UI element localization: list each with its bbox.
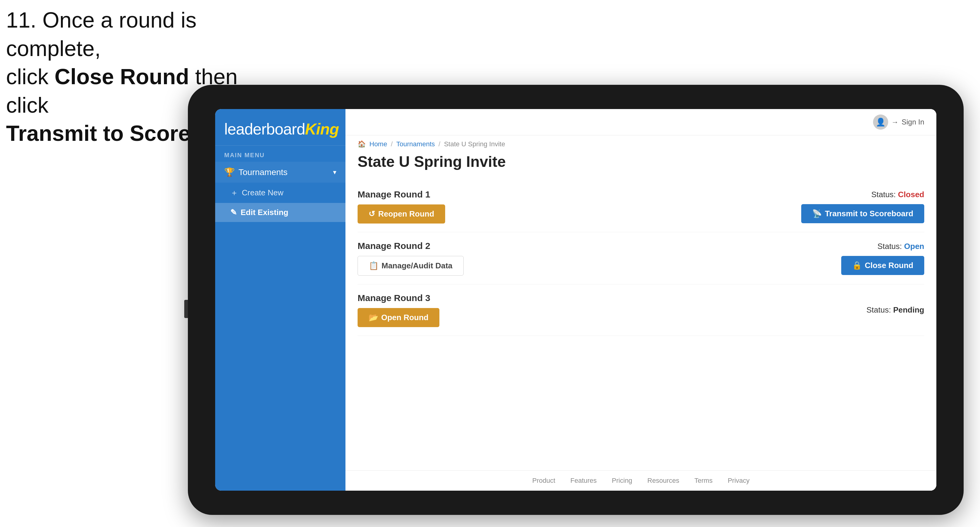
sidebar-item-edit-existing[interactable]: ✎ Edit Existing	[215, 203, 345, 222]
footer-features[interactable]: Features	[570, 477, 597, 484]
round-3-status: Status: Pending	[866, 305, 924, 315]
reopen-icon: ↺	[369, 209, 375, 219]
round-2-left: Manage Round 2 📋 Manage/Audit Data	[358, 241, 464, 276]
round-1-status: Status: Closed	[871, 190, 924, 199]
close-round-button[interactable]: 🔒 Close Round	[841, 256, 924, 275]
sidebar: leaderboardKing MAIN MENU 🏆 Tournaments …	[215, 109, 345, 490]
round-1-section: Manage Round 1 ↺ Reopen Round Status: Cl…	[358, 181, 924, 232]
reopen-round-button[interactable]: ↺ Reopen Round	[358, 205, 445, 224]
footer-resources[interactable]: Resources	[647, 477, 679, 484]
round-2-section: Manage Round 2 📋 Manage/Audit Data Statu…	[358, 232, 924, 284]
footer-pricing[interactable]: Pricing	[612, 477, 632, 484]
edit-existing-label: Edit Existing	[240, 208, 288, 217]
transmit-label: Transmit to Scoreboard	[825, 209, 913, 218]
breadcrumb-home[interactable]: Home	[369, 140, 387, 148]
lock-icon: 🔒	[852, 261, 862, 270]
round-3-status-value: Pending	[893, 305, 924, 314]
chevron-down-icon: ▾	[333, 168, 336, 176]
open-icon: 📂	[369, 313, 378, 322]
transmit-icon: 📡	[812, 209, 822, 218]
breadcrumb: 🏠 Home / Tournaments / State U Spring In…	[345, 135, 936, 151]
round-3-section: Manage Round 3 📂 Open Round Status: Pend…	[358, 284, 924, 336]
footer-privacy[interactable]: Privacy	[727, 477, 749, 484]
plus-icon: ＋	[230, 187, 238, 198]
instruction-line2: click	[6, 65, 54, 89]
round-1-status-value: Closed	[898, 190, 924, 199]
page-title: State U Spring Invite	[358, 153, 924, 170]
breadcrumb-sep-1: /	[391, 140, 393, 148]
top-bar: 👤 → Sign In	[345, 109, 936, 135]
reopen-label: Reopen Round	[378, 209, 434, 219]
breadcrumb-tournaments[interactable]: Tournaments	[396, 140, 435, 148]
tablet-screen: leaderboardKing MAIN MENU 🏆 Tournaments …	[215, 109, 936, 490]
sidebar-item-create-new[interactable]: ＋ Create New	[215, 183, 345, 203]
tablet-shell: leaderboardKing MAIN MENU 🏆 Tournaments …	[188, 85, 964, 515]
instruction-bold1: Close Round	[54, 65, 189, 89]
manage-audit-label: Manage/Audit Data	[382, 261, 452, 270]
round-2-status: Status: Open	[877, 242, 924, 251]
sign-in-button[interactable]: 👤 → Sign In	[873, 114, 924, 130]
sign-in-label: →	[891, 118, 899, 126]
sidebar-tournaments-label: Tournaments	[239, 167, 288, 177]
menu-label: MAIN MENU	[215, 146, 345, 162]
sign-in-text: Sign In	[902, 118, 924, 126]
page-title-area: State U Spring Invite	[345, 151, 936, 178]
create-new-label: Create New	[242, 188, 283, 197]
footer: Product Features Pricing Resources Terms…	[345, 470, 936, 490]
round-1-left: Manage Round 1 ↺ Reopen Round	[358, 189, 445, 224]
breadcrumb-home-icon: 🏠	[358, 140, 366, 148]
round-1-right: Status: Closed 📡 Transmit to Scoreboard	[801, 190, 924, 223]
sidebar-item-tournaments[interactable]: 🏆 Tournaments ▾	[215, 162, 345, 183]
close-round-label: Close Round	[865, 261, 913, 270]
round-2-right: Status: Open 🔒 Close Round	[841, 242, 924, 275]
round-1-title: Manage Round 1	[358, 189, 445, 200]
transmit-scoreboard-button[interactable]: 📡 Transmit to Scoreboard	[801, 204, 924, 223]
breadcrumb-sep-2: /	[439, 140, 440, 148]
manage-audit-button[interactable]: 📋 Manage/Audit Data	[358, 256, 464, 276]
main-content: 👤 → Sign In 🏠 Home / Tournaments / State…	[345, 109, 936, 490]
instruction-line1: 11. Once a round is complete,	[6, 8, 196, 60]
footer-terms[interactable]: Terms	[695, 477, 713, 484]
round-3-right: Status: Pending	[866, 305, 924, 315]
round-2-title: Manage Round 2	[358, 241, 464, 251]
trophy-icon: 🏆	[224, 167, 235, 177]
round-3-left: Manage Round 3 📂 Open Round	[358, 293, 439, 327]
round-2-status-value: Open	[904, 242, 924, 251]
edit-icon: ✎	[230, 208, 237, 217]
rounds-content: Manage Round 1 ↺ Reopen Round Status: Cl…	[345, 178, 936, 470]
app-logo: leaderboardKing	[224, 120, 336, 138]
open-round-button[interactable]: 📂 Open Round	[358, 308, 439, 327]
open-round-label: Open Round	[381, 313, 428, 322]
round-3-title: Manage Round 3	[358, 293, 439, 303]
logo-area: leaderboardKing	[215, 109, 345, 146]
user-avatar: 👤	[873, 114, 888, 130]
data-icon: 📋	[369, 261, 379, 270]
breadcrumb-current: State U Spring Invite	[444, 140, 505, 148]
sidebar-sub-items: ＋ Create New ✎ Edit Existing	[215, 183, 345, 222]
footer-product[interactable]: Product	[532, 477, 555, 484]
